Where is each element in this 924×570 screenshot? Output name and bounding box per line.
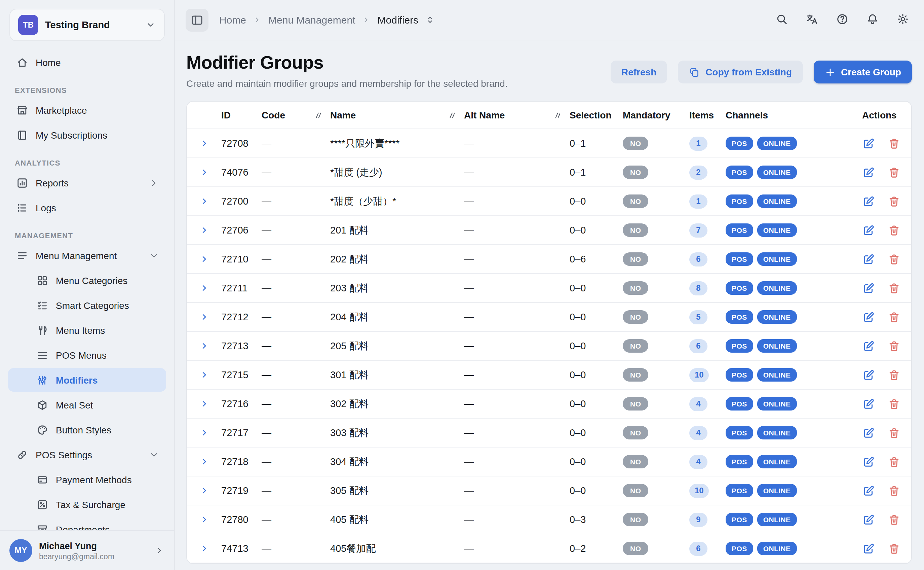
sidebar-item-smart-categories[interactable]: Smart Categories xyxy=(8,293,166,317)
mandatory-cell: NO xyxy=(623,455,684,468)
delete-button[interactable] xyxy=(888,311,901,323)
delete-button[interactable] xyxy=(888,542,901,555)
column-header-items[interactable]: Items xyxy=(684,110,725,121)
sidebar-item-pos-menus[interactable]: POS Menus xyxy=(8,343,166,367)
sidebar-item-logs[interactable]: Logs xyxy=(8,196,166,219)
page-subtitle: Create and maintain modifier groups and … xyxy=(186,78,508,89)
notifications-button[interactable] xyxy=(866,12,879,27)
column-header-mandatory[interactable]: Mandatory xyxy=(623,110,684,121)
translate-button[interactable] xyxy=(806,12,819,27)
sidebar-item-tax-surcharge[interactable]: Tax & Surcharge xyxy=(8,493,166,516)
sidebar-item-menu-items[interactable]: Menu Items xyxy=(8,318,166,342)
column-header-alt[interactable]: Alt Name xyxy=(464,110,570,121)
create-group-button[interactable]: Create Group xyxy=(813,61,912,83)
edit-button[interactable] xyxy=(862,397,875,410)
row-expand-button[interactable] xyxy=(199,340,209,351)
delete-button[interactable] xyxy=(888,340,901,352)
sidebar-item-menu-management[interactable]: Menu Management xyxy=(8,244,166,267)
refresh-button[interactable]: Refresh xyxy=(611,61,667,83)
delete-button[interactable] xyxy=(888,166,901,179)
edit-button[interactable] xyxy=(862,195,875,208)
sidebar-item-departments[interactable]: Departments xyxy=(8,518,166,530)
row-channels: POSONLINE xyxy=(725,165,854,179)
column-resize-handle[interactable] xyxy=(315,112,321,118)
tax-surcharge-icon xyxy=(36,498,49,510)
edit-button[interactable] xyxy=(862,368,875,381)
sidebar-item-my-subscriptions[interactable]: My Subscriptions xyxy=(8,123,166,147)
row-expand-button[interactable] xyxy=(199,138,209,149)
edit-button[interactable] xyxy=(862,137,875,150)
sidebar-item-menu-categories[interactable]: Menu Categories xyxy=(8,268,166,292)
delete-button[interactable] xyxy=(888,195,901,208)
row-expand-button[interactable] xyxy=(199,312,209,322)
settings-button[interactable] xyxy=(897,12,909,27)
delete-button[interactable] xyxy=(888,282,901,294)
breadcrumb-item-home[interactable]: Home xyxy=(219,14,246,26)
sidebar-item-meal-set[interactable]: Meal Set xyxy=(8,393,166,417)
edit-button[interactable] xyxy=(862,455,875,468)
delete-button[interactable] xyxy=(888,368,901,381)
row-expand-button[interactable] xyxy=(199,196,209,207)
brand-selector[interactable]: TB Testing Brand xyxy=(9,9,165,41)
row-expand-button[interactable] xyxy=(199,398,209,409)
edit-button[interactable] xyxy=(862,340,875,352)
row-expand-button[interactable] xyxy=(199,456,209,467)
edit-button[interactable] xyxy=(862,513,875,526)
mandatory-cell: NO xyxy=(623,136,684,150)
row-expand-button[interactable] xyxy=(199,428,209,438)
breadcrumb-switcher-icon[interactable] xyxy=(425,15,435,25)
edit-button[interactable] xyxy=(862,253,875,265)
row-expand-button[interactable] xyxy=(199,225,209,236)
column-header-actions[interactable]: Actions xyxy=(854,110,911,121)
edit-button[interactable] xyxy=(862,426,875,439)
edit-button[interactable] xyxy=(862,282,875,294)
column-resize-handle[interactable] xyxy=(554,112,560,118)
sidebar-item-home[interactable]: Home xyxy=(8,51,166,74)
column-header-selection[interactable]: Selection xyxy=(570,110,623,121)
help-button[interactable] xyxy=(836,12,849,27)
edit-button[interactable] xyxy=(862,542,875,555)
menu-categories-icon xyxy=(36,274,49,287)
edit-button[interactable] xyxy=(862,484,875,497)
delete-button[interactable] xyxy=(888,397,901,410)
delete-button[interactable] xyxy=(888,426,901,439)
sidebar-item-payment-methods[interactable]: Payment Methods xyxy=(8,468,166,491)
delete-button[interactable] xyxy=(888,513,901,526)
delete-button[interactable] xyxy=(888,484,901,497)
user-card[interactable]: MY Michael Yung bearyung@gmail.com xyxy=(0,530,174,570)
delete-button[interactable] xyxy=(888,224,901,236)
sidebar-item-label: Menu Categories xyxy=(56,275,127,286)
row-id: 72706 xyxy=(221,225,261,236)
items-count-badge: 6 xyxy=(689,252,707,266)
search-button[interactable] xyxy=(775,12,788,27)
row-expand-button[interactable] xyxy=(199,485,209,496)
row-expand-button[interactable] xyxy=(199,283,209,293)
user-name: Michael Yung xyxy=(39,541,147,551)
delete-button[interactable] xyxy=(888,253,901,265)
row-expand-button[interactable] xyxy=(199,369,209,380)
breadcrumb-item-menu-management[interactable]: Menu Management xyxy=(268,14,356,26)
column-header-code[interactable]: Code xyxy=(261,110,330,121)
delete-button[interactable] xyxy=(888,455,901,468)
row-expand-button[interactable] xyxy=(199,254,209,265)
copy-from-existing-button[interactable]: Copy from Existing xyxy=(678,61,803,83)
sidebar-item-modifiers[interactable]: Modifiers xyxy=(8,368,166,392)
sidebar-item-reports[interactable]: Reports xyxy=(8,171,166,195)
edit-button[interactable] xyxy=(862,224,875,236)
sidebar-item-marketplace[interactable]: Marketplace xyxy=(8,98,166,122)
row-expand-button[interactable] xyxy=(199,543,209,554)
delete-button[interactable] xyxy=(888,137,901,150)
column-header-channels[interactable]: Channels xyxy=(725,110,854,121)
sidebar-toggle-button[interactable] xyxy=(186,8,208,31)
row-expand-button[interactable] xyxy=(199,167,209,178)
column-resize-handle[interactable] xyxy=(449,112,455,118)
mandatory-badge: NO xyxy=(623,136,649,150)
edit-button[interactable] xyxy=(862,166,875,179)
edit-button[interactable] xyxy=(862,311,875,323)
sidebar-item-pos-settings[interactable]: POS Settings xyxy=(8,443,166,466)
sidebar-item-button-styles[interactable]: Button Styles xyxy=(8,418,166,441)
row-expand-button[interactable] xyxy=(199,514,209,525)
column-header-id[interactable]: ID xyxy=(221,110,261,121)
column-header-name[interactable]: Name xyxy=(330,110,464,121)
breadcrumb-item-modifiers[interactable]: Modifiers xyxy=(377,14,418,26)
